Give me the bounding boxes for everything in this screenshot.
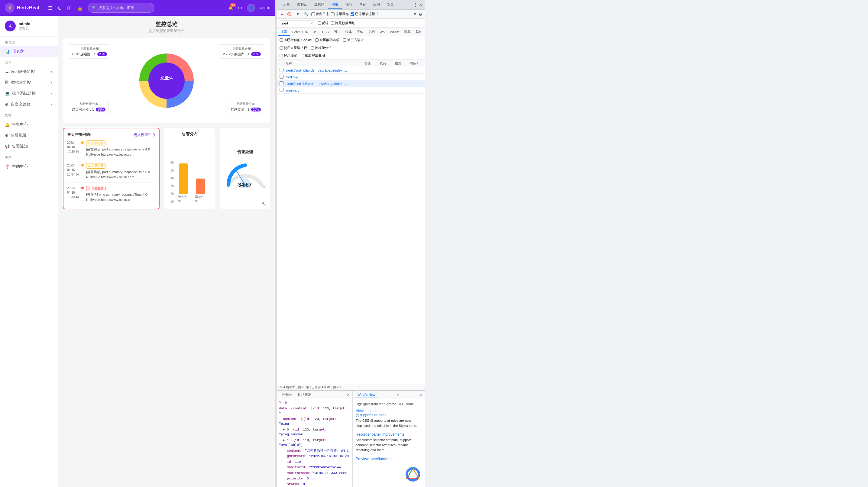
sidebar-item-os-monitor[interactable]: 💻 操作系统监控 ▼ (0, 88, 58, 99)
cat-ws[interactable]: WS (377, 29, 388, 35)
settings-icon-net[interactable]: ▼ (413, 12, 417, 16)
preserve-log-checkbox[interactable] (311, 12, 315, 16)
whatsnew-link-1b[interactable]: @supports at-rules (356, 413, 422, 417)
github-icon[interactable]: ⊙ (58, 5, 62, 11)
overview-checkbox[interactable] (280, 54, 283, 57)
sidebar-item-alert-config[interactable]: ⚙ 告警配置 (0, 130, 58, 141)
whatsnew-tab[interactable]: What's New (355, 392, 377, 398)
net-check-4[interactable] (280, 88, 283, 92)
sidebar-item-db-monitor[interactable]: 🗄 数据库监控 ▼ (0, 77, 58, 88)
filter-button[interactable]: ▼ (295, 11, 301, 17)
sidebar-item-app-monitor[interactable]: ☁ 应用服务监控 ▼ (0, 66, 58, 77)
cat-fetch[interactable]: Fetch/XHR (290, 29, 311, 35)
devtools-tab-perf[interactable]: 性能 (342, 0, 356, 9)
cat-wasm[interactable]: Wasm (388, 29, 402, 35)
blocked-filter[interactable]: 被屏蔽的请求 (315, 38, 339, 42)
sidebar-item-custom-monitor[interactable]: ⚙ 自定义监控 ▼ (0, 99, 58, 110)
filter-input[interactable] (282, 22, 309, 25)
menu-icon[interactable]: ☰ (48, 5, 52, 11)
net-check-2[interactable] (280, 75, 283, 78)
clear-button[interactable]: 🚫 (286, 11, 293, 17)
devtools-tab-app[interactable]: 应用 (370, 0, 383, 9)
third-party-checkbox[interactable] (343, 38, 346, 42)
devtools-more-icon[interactable]: ⋮ (413, 2, 418, 7)
whatsnew-link-2[interactable]: Recorder panel improvements (356, 432, 422, 436)
disable-cache-label[interactable]: 停用缓存 (331, 12, 349, 16)
cat-css[interactable]: CSS (320, 29, 332, 35)
whatsnew-close-button[interactable]: ✕ (397, 392, 400, 397)
preserve-log-label[interactable]: 保留日志 (311, 12, 329, 16)
large-req-checkbox[interactable] (280, 46, 283, 50)
devtools-tab-network[interactable]: 网络 (328, 0, 342, 9)
screenshot-filter[interactable]: 截取屏幕截图 (301, 54, 325, 58)
net-name-2[interactable]: alert.svg (286, 75, 423, 79)
alert-time-3: 2022-04-1610:30:44 (67, 186, 79, 202)
alert-time-2: 2022-04-1610:34:34 (67, 163, 79, 180)
header-right: 🔔 99 ⚙ 👤 admin (228, 4, 270, 12)
cat-doc[interactable]: 文档 (366, 28, 377, 35)
cat-font[interactable]: 字体 (354, 28, 366, 35)
screenshot-checkbox[interactable] (301, 54, 304, 57)
expand-icon: ▼ (50, 70, 53, 73)
devtools-tab-elements[interactable]: 元素 (280, 0, 293, 9)
console-panel-close[interactable]: ✕ (347, 392, 350, 397)
blocked-checkbox[interactable] (315, 38, 318, 42)
sidebar-item-alert-center[interactable]: 🔔 告警中心 (0, 119, 58, 130)
cat-all[interactable]: 全部 (278, 28, 290, 36)
filter-clear-icon[interactable]: ✕ (310, 21, 313, 25)
sidebar-item-dashboard[interactable]: 📊 仪表盘 (0, 46, 58, 57)
search-bar[interactable]: 🔍 搜索监控：名称、IP等 (88, 3, 154, 13)
cookie-checkbox[interactable] (280, 38, 283, 42)
import-icon[interactable]: ⚙ (418, 12, 423, 17)
sidebar-item-alert-notify[interactable]: 📢 告警通知 (0, 141, 58, 152)
notification-badge[interactable]: 🔔 99 (228, 6, 233, 10)
net-row-3[interactable]: alerts?sort=id&order=desc&pageIndex=... (277, 80, 425, 87)
tool-icon[interactable]: 🔧 (261, 201, 267, 206)
disable-cache-checkbox[interactable] (331, 12, 335, 16)
net-row-2[interactable]: alert.svg (277, 74, 425, 80)
record-button[interactable]: ● (280, 11, 284, 17)
invert-checkbox[interactable] (318, 22, 321, 25)
cat-img[interactable]: 图片 (331, 28, 343, 35)
net-row-4[interactable]: summary (277, 87, 425, 94)
cat-other[interactable]: 其他 (413, 28, 425, 35)
lock-icon[interactable]: 🔒 (77, 5, 83, 11)
throttle-checkbox[interactable] (350, 12, 354, 16)
frame-group-checkbox[interactable] (311, 46, 314, 50)
alert-list-link[interactable]: 进入告警中心 (133, 132, 155, 137)
large-req-filter[interactable]: 使用大量请求行 (280, 45, 307, 50)
devtools-close-icon[interactable]: ✕ (419, 2, 423, 7)
net-name-1[interactable]: alerts?sort=id&order=desc&pageIndex=... (286, 69, 423, 72)
console-tab-console[interactable]: 控制台 (280, 391, 294, 398)
whatsnew-link-3[interactable]: Preview class/function (356, 457, 422, 461)
frame-group-filter[interactable]: 按框架分组 (311, 45, 332, 50)
cookie-filter[interactable]: 有已拦截的 Cookie (280, 38, 312, 42)
whatsnew-link-1[interactable]: View and edit (356, 409, 422, 413)
hide-data-url-label[interactable]: 隐藏数据网址 (331, 21, 355, 25)
net-name-4[interactable]: summary (286, 89, 423, 92)
category-tabs: 全部 Fetch/XHR JS CSS 图片 媒体 字体 文档 WS Wasm … (277, 28, 425, 36)
invert-label[interactable]: 反转 (318, 21, 329, 25)
overview-filter[interactable]: 显示概览 (280, 54, 297, 58)
panel-close-button[interactable]: ✕ (419, 392, 423, 397)
sidebar-item-help[interactable]: ❓ 帮助中心 (0, 161, 58, 172)
net-name-3[interactable]: alerts?sort=id&order=desc&pageIndex=... (286, 82, 423, 86)
settings-icon[interactable]: ⚙ (238, 5, 242, 11)
cat-manifest[interactable]: 清单 (402, 28, 413, 35)
search-button[interactable]: 🔍 (303, 11, 309, 17)
devtools-tab-memory[interactable]: 内存 (356, 0, 370, 9)
throttle-label[interactable]: 已停用节流模式 (350, 12, 378, 16)
devtools-tab-sources[interactable]: 源代码 (311, 0, 328, 9)
network-col-more[interactable]: » (416, 61, 423, 66)
console-tab-network-status[interactable]: 网络状况 (296, 391, 314, 398)
third-party-filter[interactable]: 第三方请求 (343, 38, 364, 42)
cat-js[interactable]: JS (311, 29, 320, 35)
net-check-3[interactable] (280, 81, 283, 85)
devtools-tab-console[interactable]: 控制台 (293, 0, 311, 9)
cat-media[interactable]: 媒体 (343, 28, 354, 35)
net-row-1[interactable]: alerts?sort=id&order=desc&pageIndex=... (277, 67, 425, 74)
message-icon[interactable]: ◫ (67, 5, 72, 11)
hide-data-url-checkbox[interactable] (331, 22, 334, 25)
devtools-tab-security[interactable]: 安全 (383, 0, 397, 9)
net-check-1[interactable] (280, 68, 283, 72)
